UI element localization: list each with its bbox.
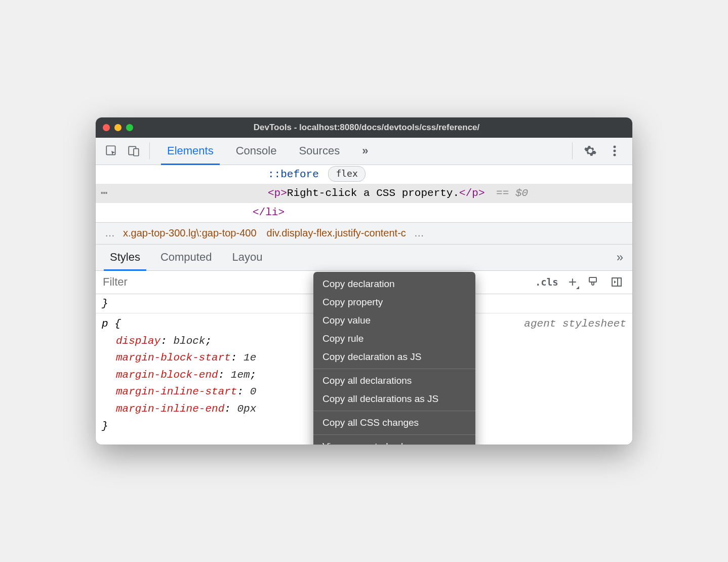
- settings-icon[interactable]: [584, 144, 597, 157]
- dom-selected-node[interactable]: <p>Right-click a CSS property.</p> == $0: [96, 184, 632, 203]
- context-menu: Copy declaration Copy property Copy valu…: [313, 272, 475, 445]
- panel-tabs: Elements Console Sources »: [150, 137, 572, 165]
- breadcrumb-item[interactable]: div.display-flex.justify-content-c: [262, 227, 411, 239]
- svg-point-3: [614, 146, 616, 148]
- close-window-button[interactable]: [103, 124, 110, 131]
- svg-point-4: [614, 150, 616, 152]
- pseudo-selector: ::before: [268, 169, 319, 180]
- svg-point-5: [614, 154, 616, 156]
- styles-sub-tabs: Styles Computed Layou »: [96, 245, 632, 271]
- minimize-window-button[interactable]: [114, 124, 122, 131]
- kebab-menu-icon[interactable]: [608, 144, 621, 157]
- tab-elements[interactable]: Elements: [156, 137, 225, 165]
- breadcrumb-ellipsis-left[interactable]: …: [102, 227, 118, 239]
- menu-separator: [313, 369, 475, 369]
- dom-closing-tag[interactable]: </li>: [96, 203, 632, 222]
- breadcrumb-ellipsis-right[interactable]: …: [411, 227, 427, 239]
- svg-rect-6: [589, 277, 596, 282]
- main-toolbar: Elements Console Sources »: [96, 138, 632, 165]
- stylesheet-origin: agent stylesheet: [524, 315, 626, 333]
- menu-copy-value[interactable]: Copy value: [313, 311, 475, 330]
- device-toggle-icon[interactable]: [127, 144, 140, 157]
- close-tag: </p>: [459, 187, 484, 199]
- maximize-window-button[interactable]: [126, 124, 133, 131]
- new-style-rule-button[interactable]: +: [569, 274, 577, 290]
- cls-toggle[interactable]: .cls: [535, 276, 558, 288]
- tab-console[interactable]: Console: [225, 137, 288, 165]
- more-sub-tabs-button[interactable]: »: [608, 250, 632, 264]
- menu-copy-rule[interactable]: Copy rule: [313, 330, 475, 348]
- menu-copy-declaration-js[interactable]: Copy declaration as JS: [313, 348, 475, 366]
- menu-separator: [313, 411, 475, 411]
- svg-rect-7: [612, 278, 621, 286]
- tab-sources[interactable]: Sources: [288, 137, 351, 165]
- svg-rect-2: [134, 149, 139, 156]
- dom-breadcrumb[interactable]: … x.gap-top-300.lg\:gap-top-400 div.disp…: [96, 222, 632, 245]
- dom-pseudo-element[interactable]: ::before flex: [96, 165, 632, 184]
- menu-copy-declaration[interactable]: Copy declaration: [313, 275, 475, 293]
- menu-copy-all-declarations[interactable]: Copy all declarations: [313, 372, 475, 390]
- menu-view-computed-value[interactable]: View computed value: [313, 437, 475, 445]
- menu-separator: [313, 434, 475, 435]
- open-tag: <p>: [268, 187, 287, 199]
- titlebar: DevTools - localhost:8080/docs/devtools/…: [96, 117, 632, 138]
- devtools-window: DevTools - localhost:8080/docs/devtools/…: [96, 117, 632, 445]
- paint-brush-icon[interactable]: [587, 275, 600, 289]
- sub-tab-layout[interactable]: Layou: [222, 244, 272, 270]
- toggle-sidebar-icon[interactable]: [610, 275, 623, 289]
- sub-tab-styles[interactable]: Styles: [100, 244, 150, 270]
- more-tabs-button[interactable]: »: [351, 137, 379, 165]
- traffic-lights: [103, 124, 133, 131]
- flex-badge[interactable]: flex: [328, 166, 365, 182]
- menu-copy-property[interactable]: Copy property: [313, 293, 475, 311]
- menu-copy-all-css-changes[interactable]: Copy all CSS changes: [313, 414, 475, 432]
- node-text: Right-click a CSS property.: [287, 187, 459, 199]
- breadcrumb-item[interactable]: x.gap-top-300.lg\:gap-top-400: [118, 227, 262, 239]
- svg-rect-0: [106, 146, 115, 154]
- dom-tree[interactable]: ::before flex <p>Right-click a CSS prope…: [96, 165, 632, 222]
- rule-selector[interactable]: p {: [102, 315, 121, 333]
- inspect-element-icon[interactable]: [105, 144, 118, 157]
- window-title: DevTools - localhost:8080/docs/devtools/…: [133, 123, 600, 133]
- sub-tab-computed[interactable]: Computed: [150, 244, 222, 270]
- console-ref: == $0: [496, 187, 528, 199]
- menu-copy-all-declarations-js[interactable]: Copy all declarations as JS: [313, 390, 475, 408]
